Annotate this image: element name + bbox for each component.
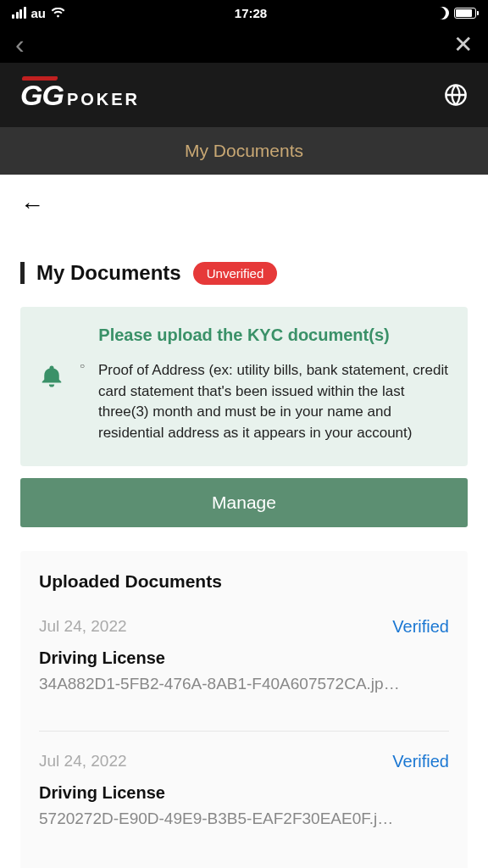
document-item[interactable]: Jul 24, 2022 Verified Driving License 57…	[39, 731, 449, 845]
document-status: Verified	[392, 617, 449, 637]
status-badge: Unverified	[193, 262, 278, 285]
notice-title: Please upload the KYC document(s)	[39, 326, 449, 345]
webview-nav: ‹ ✕	[0, 25, 488, 63]
document-date: Jul 24, 2022	[39, 752, 127, 771]
close-icon[interactable]: ✕	[453, 31, 473, 58]
section-header: My Documents Unverified	[20, 261, 468, 285]
uploaded-heading: Uploaded Documents	[39, 571, 449, 592]
globe-icon[interactable]	[444, 83, 468, 107]
page-title: My Documents	[36, 261, 181, 285]
wifi-icon	[51, 8, 65, 19]
title-bar-text: My Documents	[185, 141, 303, 161]
status-bar: au 17:28	[0, 0, 488, 25]
ggpoker-logo: GG POKER	[20, 79, 140, 112]
do-not-disturb-icon	[436, 7, 449, 19]
section-accent-bar	[20, 262, 25, 284]
bell-icon	[39, 364, 64, 389]
manage-button[interactable]: Manage	[20, 478, 468, 527]
back-arrow-icon[interactable]: ←	[20, 192, 44, 219]
document-filename: 34A882D1-5FB2-476A-8AB1-F40A607572CA.jp…	[39, 675, 449, 693]
kyc-notice: Please upload the KYC document(s) Proof …	[20, 307, 468, 466]
app-header: GG POKER	[0, 63, 488, 127]
title-bar: My Documents	[0, 127, 488, 175]
document-date: Jul 24, 2022	[39, 617, 127, 636]
document-type: Driving License	[39, 783, 449, 803]
document-filename: 5720272D-E90D-49E9-B3B5-EAF2F30EAE0F.j…	[39, 810, 449, 828]
battery-icon	[454, 8, 476, 19]
document-type: Driving License	[39, 648, 449, 668]
back-chevron-icon[interactable]: ‹	[15, 29, 25, 60]
document-status: Verified	[392, 752, 449, 771]
signal-icon	[12, 7, 26, 19]
clock: 17:28	[235, 6, 267, 20]
uploaded-documents: Uploaded Documents Jul 24, 2022 Verified…	[20, 551, 468, 868]
notice-item: Proof of Address (ex: utility bills, ban…	[80, 360, 449, 444]
document-item[interactable]: Jul 24, 2022 Verified Driving License 34…	[39, 617, 449, 710]
carrier-label: au	[31, 6, 47, 20]
